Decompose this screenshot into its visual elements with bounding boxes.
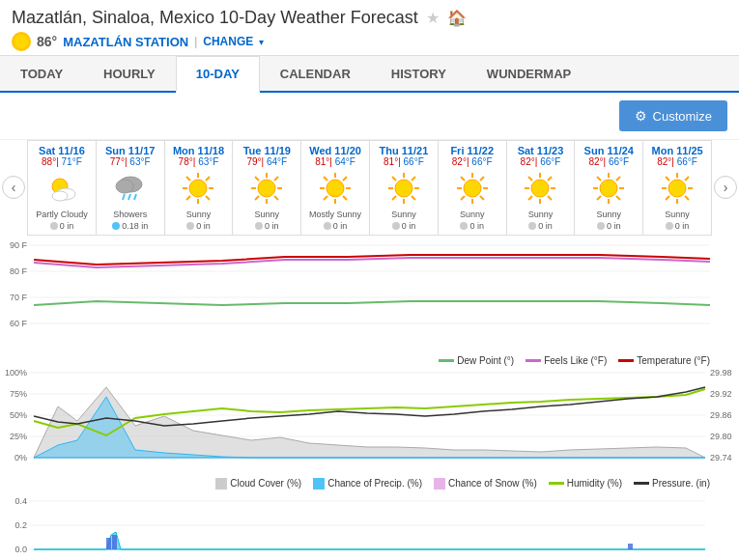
precip-dot: [50, 222, 58, 230]
weather-icon: [523, 171, 557, 206]
legend-temperature: Temperature (°F): [618, 355, 710, 366]
svg-point-8: [189, 180, 207, 197]
svg-text:29.74: 29.74: [710, 453, 732, 462]
weather-sun-icon: [12, 32, 31, 51]
svg-marker-111: [34, 532, 705, 549]
svg-text:80 F: 80 F: [10, 266, 28, 276]
precip-amount: 0 in: [30, 221, 94, 231]
day-label: Sun 11/24: [577, 145, 640, 156]
svg-text:29.92: 29.92: [710, 389, 732, 399]
day-temps: 82°| 66°F: [509, 156, 573, 167]
station-link[interactable]: MAZATLÁN STATION: [63, 35, 188, 49]
day-label: Tue 11/19: [235, 145, 298, 156]
svg-text:70 F: 70 F: [10, 293, 28, 302]
feelslike-color: [526, 359, 541, 362]
svg-text:75%: 75%: [10, 389, 27, 399]
forecast-day-7[interactable]: Sat 11/2382°| 66°F Sunny0 in: [507, 140, 576, 236]
svg-rect-114: [628, 544, 633, 549]
legend-humidity-label: Humidity (%): [567, 478, 622, 489]
forecast-day-9[interactable]: Mon 11/2582°| 66°F Sunny0 in: [643, 140, 712, 236]
tab-wundermap[interactable]: WUNDERMAP: [467, 56, 591, 91]
svg-line-50: [480, 196, 484, 200]
weather-icon: [318, 171, 353, 206]
svg-text:0.2: 0.2: [14, 520, 27, 530]
precip-amount: 0.18 in: [99, 221, 162, 231]
tab-history[interactable]: HISTORY: [371, 56, 467, 91]
tab-calendar[interactable]: CALENDAR: [260, 56, 371, 91]
svg-line-14: [206, 196, 210, 200]
forecast-day-6[interactable]: Fri 11/2282°| 66°F Sunny0 in: [439, 140, 507, 236]
precip-dot: [112, 222, 120, 230]
legend-feelslike-label: Feels Like (°F): [544, 355, 607, 366]
svg-line-78: [685, 177, 689, 181]
forecast-day-0[interactable]: Sat 11/1688°| 71°F Partly Cloudy0 in: [28, 140, 97, 236]
prev-arrow[interactable]: ‹: [2, 176, 25, 199]
home-icon[interactable]: 🏠: [447, 9, 467, 27]
svg-line-42: [412, 177, 415, 181]
svg-text:100%: 100%: [5, 368, 27, 378]
header: Mazatlán, Sinaloa, Mexico 10-Day Weather…: [0, 0, 739, 56]
svg-point-53: [531, 180, 549, 197]
toolbar: ⚙ Customize: [0, 93, 739, 140]
day-temps: 82°| 66°F: [441, 156, 504, 167]
forecast-day-4[interactable]: Wed 11/2081°| 64°F Mostly Sunny0 in: [301, 140, 370, 236]
weather-icon: [591, 171, 626, 206]
humidity-color: [549, 482, 564, 485]
svg-line-59: [548, 196, 552, 200]
precip-color: [313, 478, 325, 490]
condition-text: Sunny: [509, 210, 573, 220]
cloud-color: [215, 478, 227, 490]
tab-10day[interactable]: 10-DAY: [176, 56, 260, 93]
svg-text:0.0: 0.0: [14, 545, 27, 554]
change-link[interactable]: CHANGE: [203, 35, 253, 48]
svg-line-13: [186, 177, 190, 181]
day-label: Fri 11/22: [441, 145, 504, 156]
day-temps: 81°| 64°F: [303, 156, 367, 167]
forecast-day-8[interactable]: Sun 11/2482°| 66°F Sunny0 in: [575, 140, 643, 236]
svg-point-71: [668, 180, 686, 197]
legend-pressure-label: Pressure. (in): [652, 478, 710, 489]
svg-line-70: [597, 196, 601, 200]
precip-dot: [460, 222, 468, 230]
condition-text: Sunny: [577, 210, 640, 220]
svg-line-52: [461, 196, 465, 200]
svg-point-44: [464, 180, 481, 197]
svg-line-40: [392, 177, 396, 181]
day-temps: 82°| 66°F: [645, 156, 709, 167]
star-icon[interactable]: ★: [426, 9, 440, 27]
svg-line-49: [461, 177, 465, 181]
svg-line-6: [128, 194, 130, 200]
forecast-container: ‹ Sat 11/1688°| 71°F Partly Cloudy0 inSu…: [0, 140, 739, 236]
svg-line-77: [685, 196, 689, 200]
precip-amount: 0 in: [372, 221, 436, 231]
legend-snow-label: Chance of Snow (%): [448, 478, 537, 489]
day-temps: 81°| 66°F: [372, 156, 436, 167]
weather-icon: [386, 171, 421, 206]
precip-dot: [186, 222, 194, 230]
svg-line-67: [597, 177, 601, 181]
svg-text:25%: 25%: [10, 432, 27, 441]
svg-line-23: [274, 196, 278, 200]
current-temp: 86°: [37, 34, 57, 49]
forecast-day-5[interactable]: Thu 11/2181°| 66°F Sunny0 in: [370, 140, 439, 236]
svg-rect-112: [106, 538, 111, 549]
weather-icon: [44, 171, 79, 206]
forecast-day-1[interactable]: Sun 11/1777°| 63°F Showers0.18 in: [97, 140, 165, 236]
tab-hourly[interactable]: HOURLY: [83, 56, 176, 91]
svg-line-24: [274, 177, 278, 181]
svg-line-33: [343, 177, 347, 181]
next-arrow[interactable]: ›: [714, 176, 737, 199]
weather-icon: [660, 171, 695, 206]
svg-line-15: [206, 177, 210, 181]
day-label: Thu 11/21: [372, 145, 436, 156]
forecast-day-3[interactable]: Tue 11/1979°| 64°F Sunny0 in: [233, 140, 301, 236]
nav-tabs: TODAY HOURLY 10-DAY CALENDAR HISTORY WUN…: [0, 56, 739, 93]
legend-dewpoint-label: Dew Point (°): [457, 355, 514, 366]
forecast-day-2[interactable]: Mon 11/1878°| 63°F Sunny0 in: [165, 140, 234, 236]
temperature-color: [618, 359, 634, 362]
svg-text:29.98: 29.98: [710, 368, 732, 378]
day-label: Wed 11/20: [303, 145, 367, 156]
customize-button[interactable]: ⚙ Customize: [619, 100, 727, 131]
tab-today[interactable]: TODAY: [0, 56, 83, 91]
precip-dot: [392, 222, 400, 230]
